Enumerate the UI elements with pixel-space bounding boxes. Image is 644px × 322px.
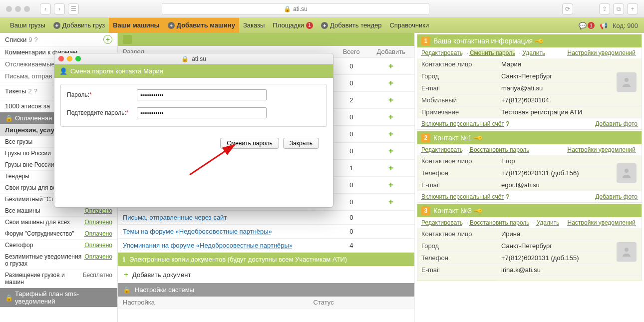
change-password-button[interactable]: Сменить пароль <box>220 138 279 149</box>
plus-icon: + <box>321 22 328 29</box>
lock-icon: 🔒 <box>5 114 13 122</box>
reload-button[interactable]: ⟳ <box>562 3 573 14</box>
user-icon: 👤 <box>59 67 67 75</box>
back-button[interactable]: ‹ <box>40 3 51 14</box>
sidebar-toggle[interactable]: ☰ <box>68 3 79 14</box>
svg-point-1 <box>625 169 629 173</box>
app-navbar: Ваши грузы +Добавить груз Ваши машины +Д… <box>0 18 644 33</box>
edit-link[interactable]: Редактировать <box>421 49 463 56</box>
nav-platforms[interactable]: Площадки1 <box>269 18 317 33</box>
th-setting: Настройка <box>118 297 269 309</box>
megaphone-icon[interactable]: 📢 <box>600 22 608 29</box>
sidebar-row[interactable]: Форум "Сотрудничество"Оплачено <box>0 228 117 240</box>
notif-link[interactable]: Настройки уведомлений <box>568 146 636 153</box>
th-total: Всего <box>335 46 367 58</box>
add-photo-link[interactable]: Добавить фото <box>595 193 638 200</box>
confirm-password-input[interactable] <box>137 107 267 118</box>
address-bar[interactable]: 🔒 ati.su <box>162 3 429 15</box>
delete-link[interactable]: Удалить <box>522 49 545 56</box>
lock-icon: 🔒 <box>284 5 291 12</box>
sidebar-row[interactable]: Безлимитные уведомления о грузахОплачено <box>0 251 117 270</box>
add-row-button[interactable]: ＋ <box>367 126 414 143</box>
modal-max-icon[interactable] <box>75 56 81 61</box>
lock-icon: 🔒 <box>5 294 13 302</box>
settings-header: 🔒Настройки системы <box>118 283 414 297</box>
avatar <box>612 228 642 276</box>
restore-pw-link[interactable]: Восстановить пароль <box>470 146 530 153</box>
modal-titlebar: 🔒ati.su <box>54 53 333 64</box>
chat-icon[interactable]: 💬1 <box>579 22 595 29</box>
th-add: Добавить <box>367 46 414 58</box>
plus-icon: + <box>168 22 175 29</box>
forward-button[interactable]: › <box>54 3 65 14</box>
docs-header: ℹЭлектронные копии документов (будут дос… <box>118 253 414 266</box>
nav-directories[interactable]: Справочники <box>385 18 433 33</box>
change-pw-link[interactable]: Сменить пароль <box>470 49 516 56</box>
add-row-button[interactable]: ＋ <box>367 160 414 177</box>
table-row: Письма, отправленные через сайт0 <box>118 211 414 225</box>
contact-card-main: 1Ваша контактная информация🔑 Редактирова… <box>417 34 642 130</box>
password-label: Пароль:* <box>67 91 137 98</box>
modal-header: 👤Смена пароля контакта Мария <box>54 64 333 78</box>
nav-orders[interactable]: Заказы <box>239 18 269 33</box>
modal-close-icon[interactable] <box>58 56 64 61</box>
table-row: Темы на форуме «Недобросовестные партнёр… <box>118 225 414 239</box>
sidebar-row[interactable]: СветофорОплачено <box>0 240 117 251</box>
badge: 1 <box>306 22 313 29</box>
card-number: 2 <box>421 133 430 142</box>
add-document-button[interactable]: ＋Добавить документ <box>118 266 414 283</box>
sidebar-lists[interactable]: Списки 9?+ <box>0 33 117 46</box>
key-icon: 🔑 <box>473 133 484 143</box>
svg-point-2 <box>625 248 629 252</box>
add-row-button[interactable]: ＋ <box>367 58 414 75</box>
nav-your-trucks[interactable]: Ваши машины <box>109 18 164 33</box>
badge: 1 <box>588 22 595 29</box>
enable-account-link[interactable]: Включить персональный счёт ? <box>421 120 509 127</box>
url-text: ati.su <box>293 5 308 12</box>
confirm-password-label: Подтвердите пароль:* <box>67 109 137 116</box>
sidebar-row[interactable]: Свои машины для всехОплачено <box>0 217 117 228</box>
sidebar-tariff[interactable]: 🔒Тарифный план sms-уведомлений <box>0 288 117 308</box>
password-input[interactable] <box>137 89 267 100</box>
nav-your-cargo[interactable]: Ваши грузы <box>6 18 49 33</box>
th-status: Статус <box>269 297 378 309</box>
traffic-min[interactable] <box>15 6 21 12</box>
notif-link[interactable]: Настройки уведомлений <box>568 219 636 226</box>
nav-add-tender[interactable]: +Добавить тендер <box>317 18 385 33</box>
edit-link[interactable]: Редактировать <box>421 219 463 226</box>
info-icon: ℹ <box>123 256 125 263</box>
change-password-modal: 🔒ati.su 👤Смена пароля контакта Мария Пар… <box>54 53 333 208</box>
lock-icon: 🔒 <box>123 286 131 294</box>
add-row-button[interactable]: ＋ <box>367 143 414 160</box>
center-header <box>118 33 414 46</box>
contact-card-3: 3Контакт №3🔑 Редактировать · Восстановит… <box>417 204 642 281</box>
edit-link[interactable]: Редактировать <box>421 146 463 153</box>
delete-link[interactable]: Удалить <box>537 219 560 226</box>
add-photo-link[interactable]: Добавить фото <box>595 120 638 127</box>
card-number: 3 <box>421 206 430 215</box>
add-list-icon[interactable]: + <box>103 35 112 44</box>
nav-add-truck[interactable]: +Добавить машину <box>164 18 239 33</box>
notif-link[interactable]: Настройки уведомлений <box>568 49 636 56</box>
enable-account-link[interactable]: Включить персональный счёт ? <box>421 193 509 200</box>
key-icon: 🔑 <box>534 36 545 46</box>
traffic-max[interactable] <box>24 6 30 12</box>
nav-add-cargo[interactable]: +Добавить груз <box>49 18 109 33</box>
lock-icon: 🔒 <box>181 55 189 62</box>
table-row: Упоминания на форуме «Недобросовестные п… <box>118 239 414 253</box>
add-row-button[interactable]: ＋ <box>367 177 414 194</box>
add-row-button[interactable]: ＋ <box>367 109 414 126</box>
modal-min-icon[interactable] <box>67 56 72 61</box>
avatar <box>612 58 642 106</box>
add-row-button[interactable]: ＋ <box>367 92 414 109</box>
close-button[interactable]: Закрыть <box>283 138 319 149</box>
restore-pw-link[interactable]: Восстановить пароль <box>470 219 530 226</box>
add-row-button[interactable]: ＋ <box>367 75 414 92</box>
sidebar-row[interactable]: Размещение грузов и машинБесплатно <box>0 270 117 288</box>
tabs-icon[interactable]: ⧉ <box>613 3 624 14</box>
share-icon[interactable]: ⇪ <box>599 3 610 14</box>
add-row-button[interactable]: ＋ <box>367 194 414 211</box>
traffic-close[interactable] <box>6 6 12 12</box>
new-tab-button[interactable]: + <box>627 3 638 14</box>
user-code: Код: 900 <box>613 22 638 29</box>
